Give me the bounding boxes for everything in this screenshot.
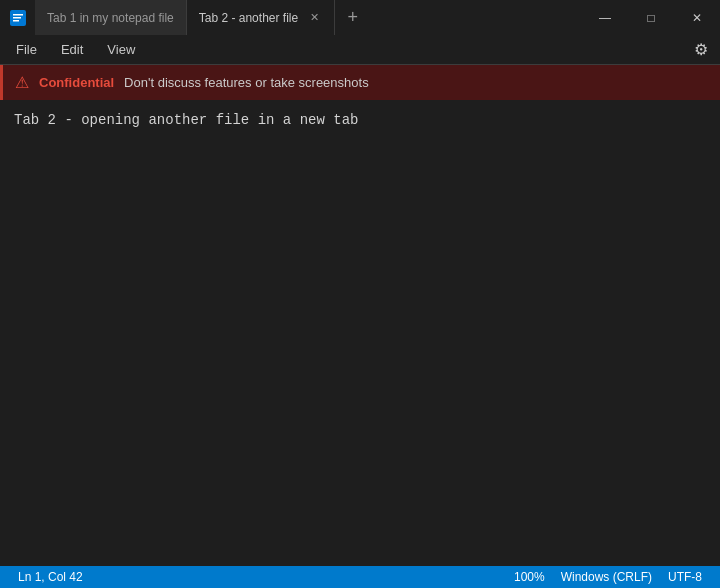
maximize-button[interactable]: □ [628,0,674,35]
svg-rect-3 [13,20,19,22]
status-zoom[interactable]: 100% [506,566,553,588]
tab-1[interactable]: Tab 1 in my notepad file [35,0,187,35]
editor-area[interactable]: Tab 2 - opening another file in a new ta… [0,100,720,566]
status-line-ending[interactable]: Windows (CRLF) [553,566,660,588]
window-controls: — □ ✕ [582,0,720,35]
status-cursor[interactable]: Ln 1, Col 42 [10,566,91,588]
tab-2[interactable]: Tab 2 - another file ✕ [187,0,335,35]
warning-text: Don't discuss features or take screensho… [124,75,369,90]
tab-2-label: Tab 2 - another file [199,11,298,25]
close-button[interactable]: ✕ [674,0,720,35]
tabs-area: Tab 1 in my notepad file Tab 2 - another… [35,0,582,35]
svg-rect-2 [13,17,21,19]
new-tab-button[interactable]: + [335,0,370,35]
tab-1-label: Tab 1 in my notepad file [47,11,174,25]
app-icon [0,0,35,35]
editor-content: Tab 2 - opening another file in a new ta… [14,110,706,131]
warning-banner: ⚠ Confidential Don't discuss features or… [0,65,720,100]
svg-rect-1 [13,14,23,16]
statusbar: Ln 1, Col 42 100% Windows (CRLF) UTF-8 [0,566,720,588]
titlebar: Tab 1 in my notepad file Tab 2 - another… [0,0,720,35]
status-encoding[interactable]: UTF-8 [660,566,710,588]
settings-icon[interactable]: ⚙ [686,35,716,65]
minimize-button[interactable]: — [582,0,628,35]
menu-file[interactable]: File [4,38,49,61]
tab-2-close[interactable]: ✕ [306,10,322,26]
menu-view[interactable]: View [95,38,147,61]
menubar: File Edit View ⚙ [0,35,720,65]
warning-icon: ⚠ [15,73,29,92]
warning-label: Confidential [39,75,114,90]
menu-edit[interactable]: Edit [49,38,95,61]
